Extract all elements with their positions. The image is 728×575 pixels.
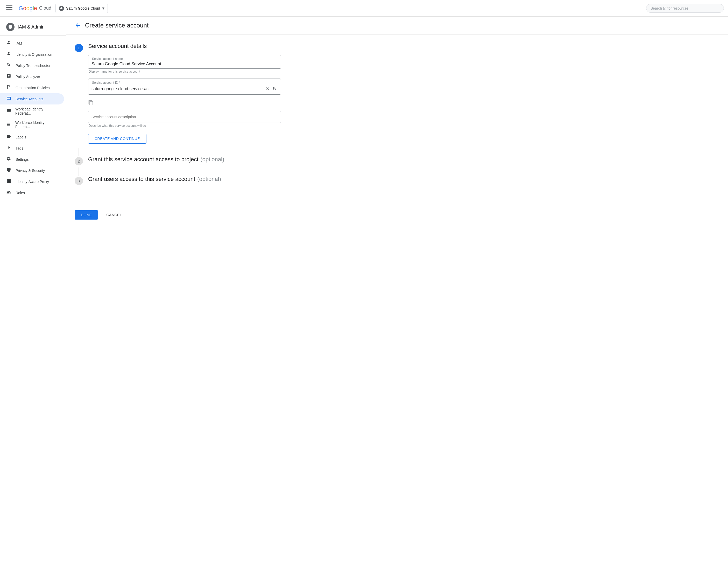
iam-icon [6, 40, 11, 46]
step2-content: Grant this service account access to pro… [88, 156, 281, 163]
roles-icon [6, 190, 11, 196]
sidebar-item-workforce-identity[interactable]: Workforce Identity Federa... [0, 118, 64, 131]
step3-row: 3 Grant users access to this service acc… [75, 176, 281, 185]
step2-optional: (optional) [201, 156, 224, 163]
page-header: Create service account [66, 16, 728, 34]
workload-identity-icon [6, 108, 11, 114]
step1-actions: CREATE AND CONTINUE [88, 134, 281, 144]
service-account-id-group: Service account ID * ✕ ↻ [88, 78, 281, 95]
step1-content: Service account details Service account … [88, 43, 281, 144]
privacy-security-icon [6, 167, 11, 173]
page-title: Create service account [85, 22, 148, 29]
step3-optional: (optional) [197, 176, 221, 182]
content-area: 1 Service account details Service accoun… [66, 34, 289, 198]
sidebar-header: IAM & Admin [0, 19, 66, 35]
sidebar-item-label: Policy Analyzer [15, 75, 40, 79]
svg-rect-1 [6, 7, 12, 8]
settings-icon [6, 156, 11, 162]
refresh-id-button[interactable]: ↻ [272, 85, 278, 93]
sidebar-item-label: Identity-Aware Proxy [15, 180, 49, 184]
policy-troubleshooter-icon [6, 63, 11, 68]
step1-title: Service account details [88, 43, 281, 49]
policy-analyzer-icon [6, 74, 11, 79]
service-account-description-hint: Describe what this service account will … [88, 124, 281, 128]
iam-admin-icon [6, 23, 14, 31]
sidebar-item-label: Workforce Identity Federa... [15, 121, 58, 129]
step3-number: 3 [75, 177, 83, 185]
sidebar-item-label: Workload Identity Federat... [15, 107, 58, 115]
step-divider-1 [78, 148, 79, 156]
service-account-name-field: Service account name [88, 55, 281, 69]
workforce-identity-icon [6, 122, 11, 128]
sidebar-header-title: IAM & Admin [18, 24, 44, 30]
org-policies-icon [6, 85, 11, 91]
step2-row: 2 Grant this service account access to p… [75, 156, 281, 165]
sidebar-item-org-policies[interactable]: Organization Policies [0, 82, 64, 93]
cancel-button[interactable]: CANCEL [100, 210, 128, 219]
sidebar-item-label: Organization Policies [15, 86, 50, 90]
step2-title: Grant this service account access to pro… [88, 156, 281, 163]
sidebar-item-workload-identity[interactable]: Workload Identity Federat... [0, 104, 64, 118]
chevron-down-icon: ▾ [102, 5, 104, 11]
step3-title: Grant users access to this service accou… [88, 176, 281, 182]
project-selector[interactable]: Saturn Google Cloud ▾ [56, 4, 108, 13]
sidebar-item-label: Settings [15, 157, 29, 162]
menu-icon[interactable] [4, 2, 14, 14]
identity-aware-proxy-icon [6, 179, 11, 184]
sidebar-item-labels[interactable]: Labels [0, 131, 64, 143]
sidebar-item-label: IAM [15, 41, 22, 45]
identity-org-icon [6, 51, 11, 57]
service-account-description-field [88, 111, 281, 123]
sidebar-item-label: Identity & Organization [15, 53, 53, 57]
sidebar-item-privacy-security[interactable]: Privacy & Security [0, 165, 64, 176]
svg-rect-3 [7, 109, 11, 112]
step2-number: 2 [75, 157, 83, 165]
bottom-actions: DONE CANCEL [66, 206, 728, 224]
search-bar[interactable]: Search (/) for resources [646, 4, 724, 13]
main-content: Create service account 1 Service account… [66, 16, 728, 575]
service-account-id-label: Service account ID * [92, 81, 278, 84]
step1-row: 1 Service account details Service accoun… [75, 43, 281, 144]
sidebar-item-roles[interactable]: Roles [0, 187, 64, 198]
svg-rect-0 [6, 5, 12, 6]
copy-area [88, 100, 281, 107]
service-account-name-input[interactable] [92, 61, 278, 67]
clear-id-button[interactable]: ✕ [265, 85, 271, 93]
step1-number: 1 [75, 44, 83, 52]
sidebar-item-iam[interactable]: IAM [0, 38, 64, 49]
copy-icon[interactable] [88, 100, 94, 107]
sidebar-item-service-accounts[interactable]: Service Accounts [0, 93, 64, 104]
create-and-continue-button[interactable]: CREATE AND CONTINUE [88, 134, 146, 144]
sidebar-item-policy-troubleshooter[interactable]: Policy Troubleshooter [0, 60, 64, 71]
google-cloud-logo: Google Cloud [19, 5, 51, 12]
sidebar: IAM & Admin IAM Identity & Organization … [0, 16, 66, 575]
sidebar-item-label: Service Accounts [15, 97, 43, 101]
sidebar-item-tags[interactable]: Tags [0, 143, 64, 154]
svg-rect-2 [6, 9, 12, 9]
labels-icon [6, 134, 11, 140]
sidebar-item-identity-org[interactable]: Identity & Organization [0, 49, 64, 60]
service-account-name-hint: Display name for this service account [88, 70, 281, 73]
sidebar-item-policy-analyzer[interactable]: Policy Analyzer [0, 71, 64, 82]
sidebar-item-label: Tags [15, 146, 23, 150]
tags-icon [6, 145, 11, 151]
project-name: Saturn Google Cloud [66, 6, 100, 10]
topbar: Google Cloud Saturn Google Cloud ▾ Searc… [0, 0, 728, 16]
service-account-description-group: Describe what this service account will … [88, 111, 281, 128]
service-account-description-input[interactable] [92, 115, 278, 119]
sidebar-item-identity-aware-proxy[interactable]: Identity-Aware Proxy [0, 176, 64, 187]
sidebar-item-label: Roles [15, 191, 25, 195]
done-button[interactable]: DONE [75, 210, 98, 219]
service-account-id-field: Service account ID * ✕ ↻ [88, 78, 281, 95]
service-account-name-label: Service account name [92, 57, 278, 61]
step-divider-2 [78, 167, 79, 176]
service-account-id-input[interactable] [92, 86, 264, 92]
sidebar-item-settings[interactable]: Settings [0, 154, 64, 165]
service-account-name-group: Service account name Display name for th… [88, 55, 281, 73]
app-layout: IAM & Admin IAM Identity & Organization … [0, 16, 728, 575]
sidebar-item-label: Labels [15, 135, 26, 139]
sidebar-item-label: Privacy & Security [15, 169, 45, 173]
back-button[interactable] [75, 22, 81, 29]
project-dot-icon [59, 6, 64, 11]
step3-content: Grant users access to this service accou… [88, 176, 281, 182]
